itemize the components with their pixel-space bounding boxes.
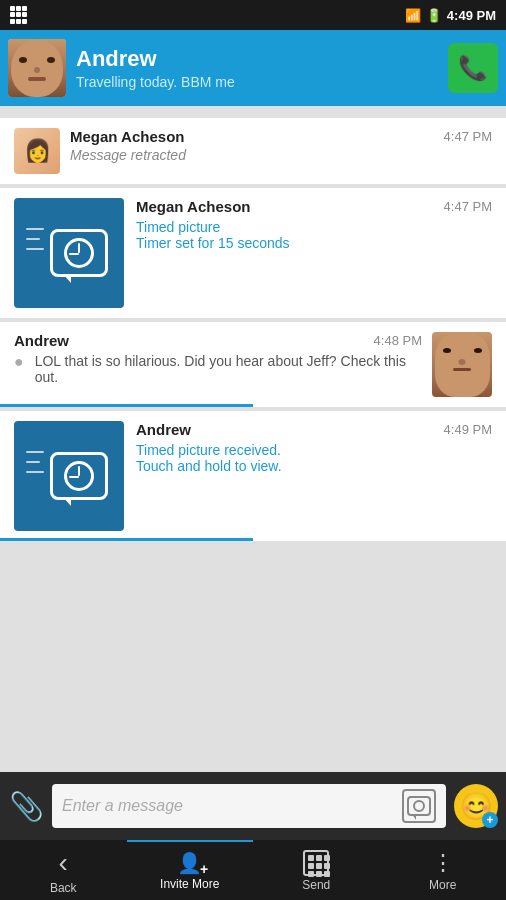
bottom-nav: ‹ Back 👤 + Invite More Send ⋮ More — [0, 840, 506, 900]
status-right: 📶 🔋 4:49 PM — [405, 8, 496, 23]
nav-back-label: Back — [50, 881, 77, 895]
phone-icon: 📞 — [458, 54, 488, 82]
status-bar: 📶 🔋 4:49 PM — [0, 0, 506, 30]
msg1-header: Megan Acheson 4:47 PM — [70, 128, 492, 145]
msg4-header: Andrew 4:49 PM — [136, 421, 492, 438]
msg1-text: Message retracted — [70, 147, 492, 163]
contact-avatar — [8, 39, 66, 97]
msg2-time: 4:47 PM — [444, 199, 492, 214]
msg1-content: Megan Acheson 4:47 PM Message retracted — [70, 128, 492, 163]
msg3-header: Andrew 4:48 PM — [14, 332, 422, 349]
bb-icon — [10, 6, 28, 24]
nav-back[interactable]: ‹ Back — [0, 840, 127, 900]
msg3-bullet: ● — [14, 353, 24, 371]
msg3-content: Andrew 4:48 PM ● LOL that is so hilariou… — [14, 332, 422, 385]
invite-more-icon-wrap: 👤 + — [177, 851, 202, 875]
paperclip-icon: 📎 — [9, 791, 44, 822]
message-input-wrap[interactable]: Enter a message — [52, 784, 446, 828]
msg2-line2: Timer set for 15 seconds — [136, 235, 492, 251]
call-button[interactable]: 📞 — [448, 43, 498, 93]
msg1-sender: Megan Acheson — [70, 128, 184, 145]
nav-invite-more[interactable]: 👤 + Invite More — [127, 840, 254, 900]
timed-send-button[interactable] — [402, 789, 436, 823]
msg2-sender: Megan Acheson — [136, 198, 250, 215]
msg3-time: 4:48 PM — [374, 333, 422, 348]
message-card-3: Andrew 4:48 PM ● LOL that is so hilariou… — [0, 322, 506, 407]
nav-send[interactable]: Send — [253, 840, 380, 900]
header-info: Andrew Travelling today. BBM me — [76, 46, 438, 90]
msg4-line2: Touch and hold to view. — [136, 458, 492, 474]
header: Andrew Travelling today. BBM me 📞 — [0, 30, 506, 106]
add-emoji-icon: + — [482, 812, 498, 828]
nav-send-label: Send — [302, 878, 330, 892]
chat-area: 👩 Megan Acheson 4:47 PM Message retracte… — [0, 106, 506, 772]
message-card: 👩 Megan Acheson 4:47 PM Message retracte… — [0, 118, 506, 184]
megan-avatar-1: 👩 — [14, 128, 60, 174]
contact-name: Andrew — [76, 46, 438, 72]
msg2-line1: Timed picture — [136, 219, 492, 235]
msg4-line1: Timed picture received. — [136, 442, 492, 458]
nav-invite-label: Invite More — [160, 877, 219, 891]
andrew-avatar-msg3 — [432, 332, 492, 397]
msg2-header: Megan Acheson 4:47 PM — [136, 198, 492, 215]
nav-more-label: More — [429, 878, 456, 892]
msg2-content: Megan Acheson 4:47 PM Timed picture Time… — [136, 198, 492, 251]
bb-grid-icon — [303, 850, 329, 876]
person-icon: 👤 — [177, 852, 202, 874]
timed-picture-box-2[interactable] — [14, 421, 124, 531]
msg1-time: 4:47 PM — [444, 129, 492, 144]
msg4-sender: Andrew — [136, 421, 191, 438]
plus-icon: + — [200, 861, 208, 877]
msg4-time: 4:49 PM — [444, 422, 492, 437]
time-display: 4:49 PM — [447, 8, 496, 23]
signal-icon: 📶 — [405, 8, 421, 23]
timed-picture-box-1 — [14, 198, 124, 308]
contact-status: Travelling today. BBM me — [76, 74, 438, 90]
input-area: 📎 Enter a message 😊 + — [0, 772, 506, 840]
message-card-2: Megan Acheson 4:47 PM Timed picture Time… — [0, 188, 506, 318]
nav-more[interactable]: ⋮ More — [380, 840, 507, 900]
message-card-4: Andrew 4:49 PM Timed picture received. T… — [0, 411, 506, 541]
back-icon: ‹ — [59, 847, 68, 879]
more-icon: ⋮ — [432, 850, 454, 876]
msg3-text: LOL that is so hilarious. Did you hear a… — [35, 353, 422, 385]
attach-button[interactable]: 📎 — [8, 790, 44, 823]
msg3-sender: Andrew — [14, 332, 69, 349]
msg4-content: Andrew 4:49 PM Timed picture received. T… — [136, 421, 492, 474]
battery-icon: 🔋 — [426, 8, 442, 23]
status-left — [10, 6, 28, 24]
emoji-button[interactable]: 😊 + — [454, 784, 498, 828]
message-input-placeholder[interactable]: Enter a message — [62, 797, 183, 815]
